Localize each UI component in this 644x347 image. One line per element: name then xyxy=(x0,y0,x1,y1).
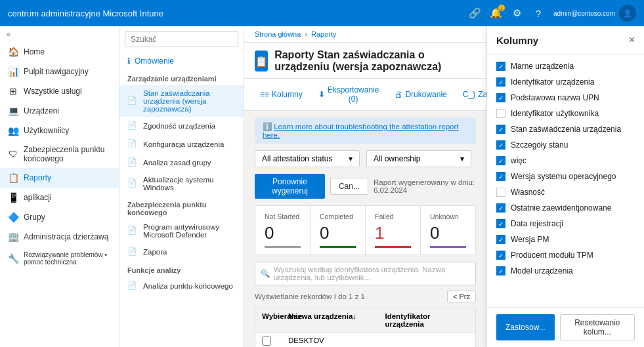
col-checkbox-6[interactable]: ✓ xyxy=(496,156,505,165)
download-icon: ⬇ xyxy=(318,90,325,99)
user-info[interactable]: admin@contoso.com 👤 xyxy=(553,5,636,22)
sidebar-item-label: Zabezpieczenia punktu końcowego xyxy=(24,145,111,163)
col-label-2: Podstawowa nazwa UPN xyxy=(511,93,599,102)
bell-icon[interactable]: 🔔 1 xyxy=(490,7,502,19)
sidebar-item-apps[interactable]: 📱 aplikacji xyxy=(0,188,119,207)
col-checkbox-7[interactable]: ✓ xyxy=(496,172,505,181)
subnav-item-label: Zgodność urządzenia xyxy=(143,122,215,130)
report-date: Raport wygenerowany w dniu: 6.02.2024 xyxy=(374,178,476,194)
col-checkbox-11[interactable]: ✓ xyxy=(496,235,505,244)
columns-footer: Zastosow... Resetowanie kolum... xyxy=(487,307,644,347)
gear-icon[interactable]: ⚙ xyxy=(511,7,523,19)
sidebar-item-groups[interactable]: 🔷 Grupy xyxy=(0,207,119,227)
col-item-13[interactable]: ✓ Model urządzenia xyxy=(487,263,644,279)
reset-button[interactable]: Resetowanie kolum... xyxy=(560,314,635,340)
col-item-0[interactable]: ✓ Marne urządzenia xyxy=(487,58,644,74)
columns-button[interactable]: ≡≡ Kolumny xyxy=(255,87,308,102)
firewall-icon: 📄 xyxy=(127,247,138,257)
col-label-3: Identyfikator użytkownika xyxy=(511,109,599,118)
subnav-item-defender[interactable]: 📄 Program antywirusowy Microsoft Defende… xyxy=(119,219,244,243)
subnav-item-firewall[interactable]: 📄 Zapora xyxy=(119,243,244,261)
row-name: DESKTOV xyxy=(282,333,379,347)
col-checkbox-13[interactable]: ✓ xyxy=(496,266,505,276)
print-button[interactable]: 🖨 Drukowanie xyxy=(389,87,452,102)
col-item-11[interactable]: ✓ Wersja PM xyxy=(487,232,644,247)
col-item-8[interactable]: Własność xyxy=(487,184,644,200)
subnav-item-compliance[interactable]: 📄 Zgodność urządzenia xyxy=(119,117,244,135)
stat-failed: Failed 1 xyxy=(366,206,421,255)
columns-icon: ≡≡ xyxy=(260,90,269,99)
close-icon[interactable]: × xyxy=(629,34,635,46)
export-button[interactable]: ⬇ Eksportowanie (0) xyxy=(313,83,385,106)
col-item-12[interactable]: ✓ Producent modułu TPM xyxy=(487,247,644,263)
col-checkbox-4[interactable]: ✓ xyxy=(496,125,505,134)
share-icon[interactable]: 🔗 xyxy=(469,7,481,19)
sidebar-item-devices[interactable]: 💻 Urządzeni xyxy=(0,101,119,121)
col-checkbox-3[interactable] xyxy=(496,109,505,118)
chevron-down-icon: ▾ xyxy=(349,154,353,163)
subnav-item-grouppolicy[interactable]: 📄 Analiza zasad grupy xyxy=(119,153,244,172)
row-checkbox[interactable] xyxy=(262,337,271,346)
avatar[interactable]: 👤 xyxy=(619,5,636,22)
breadcrumb-reports[interactable]: Raporty xyxy=(311,30,337,38)
col-checkbox-5[interactable]: ✓ xyxy=(496,140,505,150)
columns-panel: Kolumny × ✓ Marne urządzenia ✓ Identyfik… xyxy=(486,26,644,347)
col-label-1: Identyfikator urządzenia xyxy=(511,77,594,87)
col-item-5[interactable]: ✓ Szczegóły stanu xyxy=(487,137,644,153)
sidebar-item-security[interactable]: 🛡 Zabezpieczenia punktu końcowego xyxy=(0,140,119,168)
col-checkbox-0[interactable]: ✓ xyxy=(496,62,505,71)
regenerate-button[interactable]: Ponownie wygeneruj xyxy=(255,174,325,199)
sidebar-item-users[interactable]: 👥 Użytkowniicy xyxy=(0,121,119,140)
attestation-button[interactable]: C_) Zaświadcz xyxy=(458,87,486,102)
info-link[interactable]: Learn more about troubleshooting the att… xyxy=(263,123,459,139)
subnav-item-label: Program antywirusowy Microsoft Defender xyxy=(143,223,236,239)
cancel-button[interactable]: Can... xyxy=(330,178,368,195)
col-checkbox-9[interactable]: ✓ xyxy=(496,203,505,213)
stat-completed: Completed 0 xyxy=(311,206,366,255)
sidebar-item-label: Administracja dzierżawą xyxy=(24,232,108,241)
col-item-6[interactable]: ✓ więc xyxy=(487,153,644,169)
col-checkbox-10[interactable]: ✓ xyxy=(496,219,505,228)
row-check[interactable] xyxy=(255,333,282,347)
subnav-overview[interactable]: ℹ Omówienie xyxy=(119,52,244,70)
sidebar-item-admin[interactable]: 🏢 Administracja dzierżawą xyxy=(0,227,119,247)
apply-button[interactable]: Zastosow... xyxy=(496,314,555,340)
row-id xyxy=(379,333,476,347)
col-checkbox-12[interactable]: ✓ xyxy=(496,251,505,260)
sidebar-item-label: Urządzeni xyxy=(24,106,59,115)
col-name[interactable]: Nazwa urządzenia↓ xyxy=(282,308,379,332)
col-checkbox-1[interactable]: ✓ xyxy=(496,77,505,87)
subnav-item-label: Analiza punktu końcowego xyxy=(143,282,233,290)
sidebar-item-dashboard[interactable]: 📊 Pulpit nawigacyjny xyxy=(0,62,119,81)
stats-row: Not Started 0 Completed 0 Failed 1 xyxy=(255,205,476,255)
sidebar-item-label: Rozwiązywanie problemów • pomoc technicz… xyxy=(24,251,111,266)
subnav-item-attestation[interactable]: 📄 Stan zaświadczania urządzenia (wersja … xyxy=(119,85,244,117)
sidebar-item-all-services[interactable]: ⊞ Wszystkie usługi xyxy=(0,81,119,101)
sidebar-item-home[interactable]: 🏠 Home xyxy=(0,42,119,62)
col-item-2[interactable]: ✓ Podstawowa nazwa UPN xyxy=(487,90,644,106)
col-item-7[interactable]: ✓ Wersja systemu operacyjnego xyxy=(487,169,644,184)
help-icon[interactable]: ? xyxy=(532,7,544,19)
col-checkbox-8[interactable] xyxy=(496,188,505,197)
ownership-filter[interactable]: All ownership ▾ xyxy=(366,150,471,167)
search-box[interactable]: 🔍 Wyszukaj według identyfikatora urządze… xyxy=(255,262,476,285)
sidebar-item-troubleshoot[interactable]: 🔧 Rozwiązywanie problemów • pomoc techni… xyxy=(0,247,119,270)
subnav-item-config[interactable]: 📄 Konfiguracja urządzenia xyxy=(119,135,244,153)
subnav-item-endpoint-analytics[interactable]: 📄 Analiza punktu końcowego xyxy=(119,277,244,295)
breadcrumb-home[interactable]: Strona główna xyxy=(255,30,301,38)
col-item-1[interactable]: ✓ Identyfikator urządzenia xyxy=(487,74,644,90)
attestation-filter[interactable]: All attestation status ▾ xyxy=(255,150,360,167)
report-header-icon: 📋 xyxy=(255,51,268,71)
subnav-item-windows[interactable]: 📄 Aktualizacje systemu Windows xyxy=(119,172,244,195)
sidebar-item-reports[interactable]: 📋 Raporty xyxy=(0,168,119,188)
sidebar-collapse-btn[interactable]: « xyxy=(0,26,119,42)
col-item-10[interactable]: ✓ Data rejestracji xyxy=(487,216,644,232)
col-item-9[interactable]: ✓ Ostatnie zaewidentjonowane xyxy=(487,200,644,216)
col-checkbox-2[interactable]: ✓ xyxy=(496,93,505,102)
stat-bar-not-started xyxy=(265,246,301,248)
col-item-4[interactable]: ✓ Stan zaświadczenia urządzenia xyxy=(487,121,644,137)
col-item-3[interactable]: Identyfikator użytkownika xyxy=(487,106,644,121)
search-input[interactable] xyxy=(125,31,238,47)
sidebar: « 🏠 Home 📊 Pulpit nawigacyjny ⊞ Wszystki… xyxy=(0,26,119,347)
prev-button[interactable]: < Prz xyxy=(447,291,476,302)
